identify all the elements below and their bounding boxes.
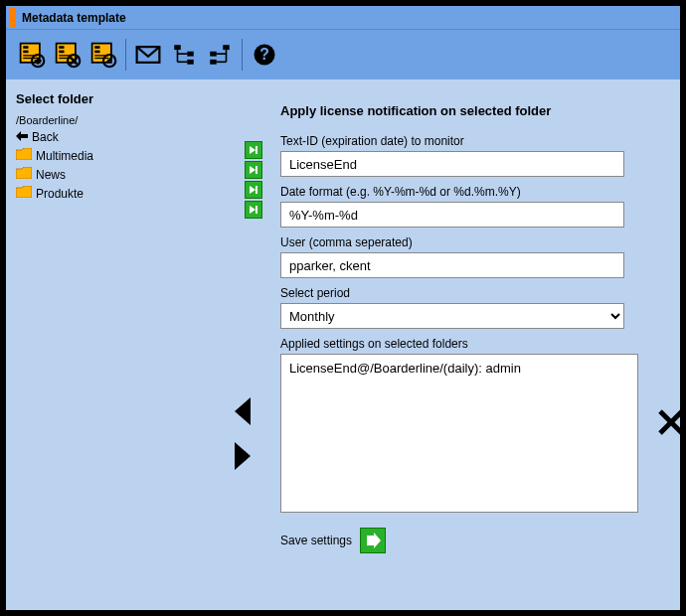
folder-label: News xyxy=(36,168,253,182)
save-label: Save settings xyxy=(280,534,352,547)
svg-rect-17 xyxy=(94,46,99,49)
folder-icon xyxy=(16,186,32,201)
svg-rect-10 xyxy=(59,51,64,54)
svg-text:?: ? xyxy=(259,46,269,63)
select-folder-arrow[interactable] xyxy=(245,161,262,179)
folder-label: Multimedia xyxy=(36,149,253,163)
prev-arrow[interactable] xyxy=(233,397,253,428)
dateformat-label: Date format (e.g. %Y-%m-%d or %d.%m.%Y) xyxy=(280,185,662,199)
back-button[interactable]: Back xyxy=(16,128,253,146)
textid-label: Text-ID (expiration date) to monitor xyxy=(280,134,662,148)
select-folder-arrow[interactable] xyxy=(245,201,262,219)
close-button[interactable] xyxy=(656,407,686,440)
template-edit-button[interactable] xyxy=(87,39,119,71)
mail-button[interactable] xyxy=(132,39,164,71)
folder-item[interactable]: Multimedia xyxy=(16,146,253,165)
period-select[interactable]: Monthly xyxy=(280,303,624,329)
hierarchy-left-button[interactable] xyxy=(168,39,200,71)
user-input[interactable] xyxy=(280,252,624,278)
svg-rect-2 xyxy=(23,51,28,54)
dateformat-input[interactable] xyxy=(280,202,624,228)
applied-label: Applied settings on selected folders xyxy=(280,337,662,351)
titlebar-accent xyxy=(10,8,16,28)
sidebar: Select folder /Boarderline/ Back Multime… xyxy=(6,79,262,610)
next-arrow[interactable] xyxy=(233,442,253,473)
toolbar-separator xyxy=(125,39,126,71)
folder-icon xyxy=(16,167,32,182)
help-button[interactable]: ? xyxy=(249,39,280,71)
back-label: Back xyxy=(32,130,59,144)
applied-textarea[interactable]: LicenseEnd@/Boarderline/(daily): admin xyxy=(280,354,638,513)
svg-rect-18 xyxy=(94,51,99,54)
svg-rect-23 xyxy=(174,45,181,50)
template-delete-button[interactable] xyxy=(52,39,84,71)
save-button[interactable] xyxy=(360,528,386,553)
window-title: Metadata template xyxy=(22,11,126,25)
folder-icon xyxy=(16,148,32,163)
folder-select-arrows xyxy=(245,141,262,219)
folder-label: Produkte xyxy=(36,187,253,201)
toolbar: ? xyxy=(6,30,680,79)
folder-path: /Boarderline/ xyxy=(16,114,253,126)
svg-rect-30 xyxy=(210,52,217,57)
folder-item[interactable]: Produkte xyxy=(16,184,253,203)
toolbar-separator xyxy=(242,39,243,71)
svg-rect-31 xyxy=(210,60,217,65)
back-arrow-icon xyxy=(16,130,28,144)
template-add-button[interactable] xyxy=(16,39,48,71)
titlebar: Metadata template xyxy=(6,6,680,30)
svg-rect-29 xyxy=(223,45,230,50)
form-panel: Apply license notification on selected f… xyxy=(262,79,680,610)
hierarchy-right-button[interactable] xyxy=(204,39,236,71)
form-heading: Apply license notification on selected f… xyxy=(280,103,662,118)
svg-rect-25 xyxy=(187,60,194,65)
svg-rect-9 xyxy=(59,46,64,49)
folder-item[interactable]: News xyxy=(16,165,253,184)
svg-rect-24 xyxy=(187,52,194,57)
select-folder-arrow[interactable] xyxy=(245,181,262,199)
nav-arrows xyxy=(233,397,253,473)
user-label: User (comma seperated) xyxy=(280,235,662,249)
select-folder-arrow[interactable] xyxy=(245,141,262,159)
textid-input[interactable] xyxy=(280,151,624,177)
period-label: Select period xyxy=(280,286,662,300)
svg-rect-1 xyxy=(23,46,28,49)
sidebar-heading: Select folder xyxy=(16,91,253,106)
